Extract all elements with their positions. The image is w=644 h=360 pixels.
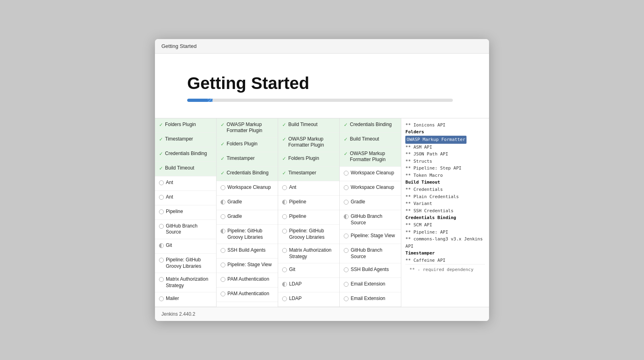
table-row: ✓Build Timeout xyxy=(155,162,216,176)
table-row: Pipeline: GitHub Groovy Libraries xyxy=(155,254,216,273)
table-row: GitHub Branch Source xyxy=(340,244,401,263)
circle-icon xyxy=(221,185,225,190)
cell-text: Gradle xyxy=(351,199,365,205)
check-icon: ✓ xyxy=(221,156,225,161)
table-row: ✓Credentials Binding xyxy=(217,167,278,181)
table-row: ✓Timestamper xyxy=(278,167,339,181)
table-row: Matrix Authorization Strategy xyxy=(155,273,216,292)
table-row: Ant xyxy=(278,181,339,196)
cell-text: OWASP Markup Formatter Plugin xyxy=(350,151,397,163)
check-icon: ✓ xyxy=(344,137,348,142)
cell-text: Matrix Authorization Strategy xyxy=(166,276,212,289)
table-row: Git xyxy=(155,239,216,254)
table-row: GitHub Branch Source xyxy=(340,210,401,230)
table-row: Pipeline: GitHub Groovy Libraries xyxy=(278,225,339,244)
cell-text: Gradle xyxy=(227,213,242,220)
table-row: Pipeline xyxy=(278,210,339,225)
progress-bar-fill xyxy=(187,99,211,102)
table-row: ✓Folders Plugin xyxy=(217,138,278,152)
detail-line: ** Structs xyxy=(405,158,485,165)
page-title: Getting Started xyxy=(187,74,473,93)
table-row: Gradle xyxy=(340,196,401,210)
cell-text: Credentials Binding xyxy=(350,122,392,128)
check-icon: ✓ xyxy=(159,122,163,128)
cell-text: Build Timeout xyxy=(288,122,318,128)
circle-icon xyxy=(282,229,287,234)
circle-icon xyxy=(221,292,225,296)
detail-line: ** Pipeline: Step API xyxy=(405,165,485,172)
detail-line: ** Caffeine API xyxy=(405,257,485,264)
table-row: ✓Credentials Binding xyxy=(155,147,216,162)
circle-icon xyxy=(221,248,225,253)
cell-text: Ant xyxy=(289,184,296,191)
table-row: ✓Folders Plugin xyxy=(278,152,339,167)
table-row: ✓Build Timeout xyxy=(340,133,401,147)
circle-half-icon xyxy=(221,200,225,205)
table-row: Email Extension xyxy=(340,278,401,292)
hero-section: Getting Started xyxy=(155,54,489,118)
circle-icon xyxy=(344,282,349,287)
table-row: Workspace Cleanup xyxy=(340,181,401,196)
circle-icon xyxy=(159,180,164,185)
cell-text: Pipeline: GitHub Groovy Libraries xyxy=(289,228,335,240)
table-row: Git xyxy=(278,263,339,278)
cell-text: SSH Build Agents xyxy=(351,267,389,273)
cell-text: Ant xyxy=(166,180,173,186)
table-row: Matrix Authorization Strategy xyxy=(278,244,339,263)
cell-text: LDAP xyxy=(289,296,301,302)
check-icon: ✓ xyxy=(282,122,286,128)
column-4: ✓Credentials Binding✓Build Timeout✓OWASP… xyxy=(340,118,401,307)
title-bar: Getting Started xyxy=(155,39,489,54)
circle-icon xyxy=(159,209,164,214)
table-row: ✓OWASP Markup Formatter Plugin xyxy=(278,133,339,152)
cell-text: SSH Build Agents xyxy=(227,247,266,254)
table-row: GitHub Branch Source xyxy=(155,220,216,239)
cell-text: Credentials Binding xyxy=(165,151,207,157)
detail-line: ** JSON Path API xyxy=(405,151,485,158)
table-row: Email Extension xyxy=(340,292,401,307)
check-icon: ✓ xyxy=(221,141,225,147)
cell-text: Workspace Cleanup xyxy=(351,170,394,176)
cell-text: PAM Authentication xyxy=(227,291,269,297)
cell-text: Email Extension xyxy=(351,296,385,302)
cell-text: Mailer xyxy=(166,296,179,302)
check-icon: ✓ xyxy=(344,151,348,157)
table-row: ✓OWASP Markup Formatter Plugin xyxy=(217,118,278,138)
cell-text: Workspace Cleanup xyxy=(351,184,394,191)
detail-line: Timestamper xyxy=(405,250,485,257)
cell-text: OWASP Markup Formatter Plugin xyxy=(227,122,274,134)
window-title: Getting Started xyxy=(161,43,196,49)
check-icon: ✓ xyxy=(221,122,225,128)
circle-half-icon xyxy=(282,200,287,205)
version-label: Jenkins 2.440.2 xyxy=(161,311,195,317)
circle-icon xyxy=(159,277,164,282)
cell-text: Timestamper xyxy=(288,170,316,176)
table-row: Pipeline: GitHub Groovy Libraries xyxy=(217,225,278,244)
circle-icon xyxy=(159,195,164,200)
table-row: ✓Timestamper xyxy=(155,133,216,147)
circle-icon xyxy=(221,214,225,219)
table-row: Mailer xyxy=(155,292,216,307)
table-row: LDAP xyxy=(278,292,339,307)
detail-line: Credentials Binding xyxy=(405,214,485,221)
table-row: Gradle xyxy=(217,210,278,225)
table-row: ✓Timestamper xyxy=(217,152,278,167)
check-icon: ✓ xyxy=(344,122,348,128)
table-row: SSH Build Agents xyxy=(217,244,278,259)
circle-icon xyxy=(221,277,225,282)
cell-text: Timestamper xyxy=(227,155,255,162)
cell-text: Folders Plugin xyxy=(165,122,196,128)
required-note: ** - required dependency xyxy=(405,264,485,275)
cell-text: Git xyxy=(166,242,172,249)
table-row: Workspace Cleanup xyxy=(340,167,401,181)
cell-text: GitHub Branch Source xyxy=(351,247,397,260)
circle-icon xyxy=(221,263,225,267)
cell-text: Pipeline xyxy=(289,213,306,220)
check-icon: ✓ xyxy=(159,166,163,171)
cell-text: Git xyxy=(289,267,295,273)
circle-icon xyxy=(344,234,349,238)
footer: Jenkins 2.440.2 xyxy=(155,307,489,321)
cell-text: Folders Plugin xyxy=(227,141,258,147)
table-row: Gradle xyxy=(217,196,278,210)
circle-icon xyxy=(282,296,287,301)
